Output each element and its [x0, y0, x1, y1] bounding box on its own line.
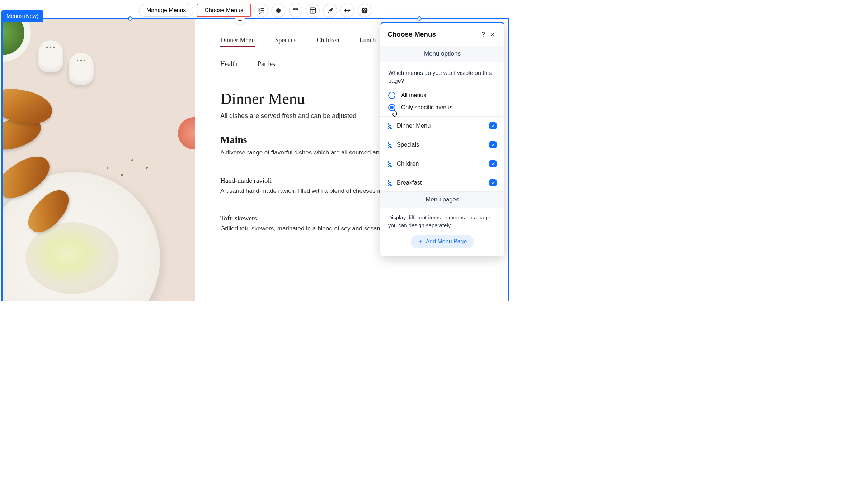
stretch-icon[interactable] [340, 4, 354, 17]
choose-menus-button[interactable]: Choose Menus [197, 4, 251, 17]
choose-menus-panel: Choose Menus ? Menu options Which menus … [380, 22, 504, 256]
drag-handle-icon[interactable] [388, 142, 392, 148]
drag-handle-icon[interactable] [388, 180, 392, 186]
menu-list-item[interactable]: Breakfast [380, 173, 504, 191]
checklist-icon[interactable] [254, 4, 268, 17]
svg-point-4 [364, 11, 365, 12]
checkbox-checked[interactable] [489, 141, 497, 148]
radio-label: All menus [401, 92, 426, 99]
menu-list-item[interactable]: Specials [380, 135, 504, 154]
layers-icon[interactable] [289, 4, 302, 17]
radio-all-menus[interactable]: All menus [388, 92, 497, 99]
radio-icon [388, 92, 395, 99]
menu-pages-description: Display different items or menus on a pa… [388, 214, 497, 229]
menu-list-item[interactable]: Dinner Menu [380, 117, 504, 135]
svg-rect-0 [310, 8, 315, 13]
menu-list-label: Breakfast [397, 179, 484, 186]
checkbox-checked[interactable] [489, 160, 497, 167]
menu-tab[interactable]: Parties [258, 60, 275, 70]
help-icon[interactable] [358, 4, 371, 17]
menu-list-label: Specials [397, 141, 484, 148]
specific-menus-list: Dinner MenuSpecialsChildrenBreakfast [380, 116, 504, 191]
drag-handle-icon[interactable] [388, 123, 392, 129]
menu-list-item[interactable]: Children [380, 154, 504, 173]
radio-label: Only specific menus [401, 104, 452, 111]
add-menu-page-button[interactable]: Add Menu Page [411, 235, 474, 248]
plus-icon [418, 239, 423, 244]
menu-tab[interactable]: Dinner Menu [220, 37, 255, 47]
close-icon[interactable] [488, 30, 497, 39]
checkbox-checked[interactable] [489, 179, 497, 186]
radio-only-specific-menus[interactable]: Only specific menus [388, 104, 497, 111]
menu-hero-image [2, 19, 195, 301]
panel-title: Choose Menus [387, 30, 479, 38]
panel-header: Choose Menus ? [380, 23, 504, 46]
menu-tab[interactable]: Specials [275, 37, 296, 47]
brush-icon[interactable] [323, 4, 337, 17]
panel-question: Which menus do you want visible on this … [388, 69, 497, 85]
manage-menus-button[interactable]: Manage Menus [139, 4, 193, 17]
menu-tab[interactable]: Children [316, 37, 339, 47]
menu-list-label: Dinner Menu [397, 122, 484, 129]
selection-label: Menus (New) [1, 10, 43, 22]
checkbox-checked[interactable] [489, 122, 497, 129]
gear-icon[interactable] [272, 4, 285, 17]
add-menu-page-label: Add Menu Page [426, 238, 467, 245]
layout-icon[interactable] [306, 4, 320, 17]
panel-help-icon[interactable]: ? [479, 30, 488, 39]
cursor-pointer-icon [391, 110, 399, 118]
menu-tab[interactable]: Health [220, 60, 238, 70]
menu-tab[interactable]: Lunch [359, 37, 376, 47]
editor-toolbar: Manage Menus Choose Menus [139, 4, 371, 17]
panel-section-menu-options: Menu options [380, 46, 504, 62]
drag-handle-icon[interactable] [388, 161, 392, 167]
menu-list-label: Children [397, 160, 484, 167]
panel-section-menu-pages: Menu pages [380, 192, 504, 208]
